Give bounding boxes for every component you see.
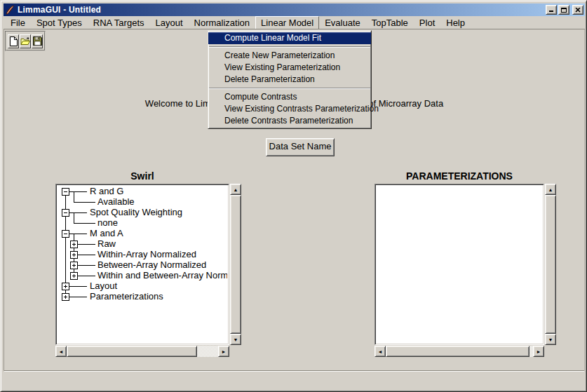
save-button[interactable] — [32, 34, 43, 48]
tree-expander-expand-icon[interactable] — [70, 272, 78, 280]
right-vertical-scrollbar[interactable]: ▲ ▼ — [545, 184, 556, 345]
scrollbar-thumb[interactable] — [67, 346, 197, 357]
tree-node-m-and-a[interactable]: M and A — [90, 228, 123, 238]
app-window: LimmaGUI - Untitled FileSpot TypesRNA Ta… — [0, 0, 587, 392]
tree-connector-line — [69, 286, 87, 287]
scroll-up-button[interactable]: ▲ — [230, 184, 241, 195]
toolbar — [5, 31, 46, 51]
menubar-item-rna-targets[interactable]: RNA Targets — [88, 16, 150, 29]
tree-expander-expand-icon[interactable] — [70, 241, 78, 248]
scroll-up-icon: ▲ — [234, 187, 238, 192]
maximize-icon — [561, 8, 567, 13]
menu-item-view-existing-contrasts-parameterization[interactable]: View Existing Contrasts Parameterization — [208, 103, 371, 115]
menu-separator — [208, 86, 371, 91]
menubar-item-file[interactable]: File — [5, 16, 31, 29]
tree-node-parameterizations[interactable]: Parameterizations — [90, 291, 163, 302]
menu-bar: FileSpot TypesRNA TargetsLayoutNormaliza… — [4, 16, 585, 29]
tree-trunk-line — [65, 191, 66, 297]
menubar-item-help[interactable]: Help — [440, 16, 471, 29]
menubar-item-evaluate[interactable]: Evaluate — [319, 16, 366, 29]
tree-connector-line — [77, 276, 95, 276]
scroll-down-icon: ▼ — [234, 337, 238, 342]
left-vertical-scrollbar[interactable]: ▲ ▼ — [230, 184, 241, 345]
tree-connector-line — [77, 255, 95, 255]
scroll-right-button[interactable]: ► — [533, 346, 544, 357]
right-horizontal-scrollbar[interactable]: ◄ ► — [375, 346, 544, 357]
tree-connector-line — [77, 244, 95, 245]
tree-expander-collapse-icon[interactable] — [62, 188, 69, 196]
scroll-down-button[interactable]: ▼ — [230, 334, 241, 345]
tree-connector-line — [69, 212, 87, 213]
close-icon — [575, 8, 581, 13]
open-folder-icon — [20, 36, 30, 46]
tree-node-within-array-normalized[interactable]: Within-Array Normalized — [97, 249, 196, 259]
close-button[interactable] — [572, 5, 583, 15]
tree-expander-expand-icon[interactable] — [70, 251, 78, 259]
menubar-item-normalization[interactable]: Normalization — [189, 16, 255, 29]
dataset-tree-listbox[interactable]: R and GAvailableSpot Quality Weightingno… — [55, 184, 229, 345]
menubar-item-plot[interactable]: Plot — [414, 16, 440, 29]
left-horizontal-scrollbar[interactable]: ◄ ► — [55, 346, 229, 357]
tree-node-between-array-normalized[interactable]: Between-Array Normalized — [97, 259, 206, 270]
scrollbar-thumb[interactable] — [386, 346, 529, 357]
scroll-left-button[interactable]: ◄ — [55, 346, 67, 357]
save-floppy-icon — [33, 36, 42, 46]
new-button[interactable] — [8, 34, 19, 48]
scroll-up-button[interactable]: ▲ — [545, 184, 556, 195]
tree-branch-line — [74, 212, 74, 223]
maximize-button[interactable] — [558, 5, 569, 15]
parameterizations-listbox[interactable] — [375, 184, 544, 345]
menu-item-compute-linear-model-fit[interactable]: Compute Linear Model Fit — [208, 32, 371, 44]
tree-connector-line — [77, 265, 95, 266]
menubar-item-spot-types[interactable]: Spot Types — [31, 16, 88, 29]
tree-node-raw[interactable]: Raw — [97, 238, 116, 249]
new-document-icon — [9, 36, 18, 46]
linear-model-menu: Compute Linear Model FitCreate New Param… — [208, 30, 372, 129]
tree-expander-expand-icon[interactable] — [70, 262, 78, 269]
tree-connector-line — [69, 297, 87, 297]
data-set-name-button[interactable]: Data Set Name — [266, 138, 335, 156]
menubar-item-layout[interactable]: Layout — [150, 16, 189, 29]
minimize-button[interactable] — [546, 5, 557, 15]
scroll-up-icon: ▲ — [548, 187, 553, 192]
tree-node-r-and-g[interactable]: R and G — [90, 186, 123, 196]
menu-item-view-existing-parameterization[interactable]: View Existing Parameterization — [208, 62, 371, 74]
tree-node-spot-quality-weighting[interactable]: Spot Quality Weighting — [90, 207, 182, 217]
scroll-right-button[interactable]: ► — [218, 346, 229, 357]
tree-connector-line — [74, 202, 95, 203]
menu-item-delete-parameterization[interactable]: Delete Parameterization — [208, 74, 371, 86]
tree-connector-line — [69, 191, 87, 192]
open-button[interactable] — [20, 34, 31, 48]
menu-item-compute-contrasts[interactable]: Compute Contrasts — [208, 91, 371, 103]
scroll-left-button[interactable]: ◄ — [375, 346, 386, 357]
scroll-down-icon: ▼ — [548, 337, 553, 342]
tree-node-layout[interactable]: Layout — [90, 281, 117, 291]
tree-expander-collapse-icon[interactable] — [62, 230, 69, 238]
tree-expander-collapse-icon[interactable] — [62, 209, 69, 217]
left-panel-title: Swirl — [55, 170, 229, 182]
scrollbar-thumb[interactable] — [230, 195, 241, 334]
scroll-down-button[interactable]: ▼ — [545, 334, 556, 345]
title-bar: LimmaGUI - Untitled — [4, 4, 585, 16]
tree-connector-line — [69, 234, 87, 234]
window-title: LimmaGUI - Untitled — [18, 5, 101, 15]
menubar-item-linear-model[interactable]: Linear Model — [255, 16, 319, 29]
scroll-left-icon: ◄ — [378, 349, 383, 354]
tree-branch-line — [74, 191, 74, 202]
tree-node-available[interactable]: Available — [97, 196, 135, 207]
app-icon[interactable] — [5, 5, 15, 15]
menu-item-delete-contrasts-parameterization[interactable]: Delete Contrasts Parameterization — [208, 115, 371, 127]
dataset-tree: R and GAvailableSpot Quality Weightingno… — [58, 186, 227, 343]
tree-expander-expand-icon[interactable] — [62, 283, 69, 290]
tree-expander-expand-icon[interactable] — [62, 293, 69, 301]
menubar-item-toptable[interactable]: TopTable — [366, 16, 414, 29]
tree-node-none[interactable]: none — [97, 217, 118, 228]
scroll-left-icon: ◄ — [59, 349, 64, 354]
menu-item-create-new-parameterization[interactable]: Create New Parameterization — [208, 50, 371, 62]
tree-node-within-and-between-array-normalized[interactable]: Within and Between-Array Normalized — [97, 270, 227, 281]
minimize-icon — [549, 11, 553, 12]
scrollbar-thumb[interactable] — [545, 195, 556, 334]
scroll-right-icon: ► — [537, 349, 541, 354]
menubar-divider — [4, 29, 585, 29]
parameterizations-list — [377, 186, 542, 343]
